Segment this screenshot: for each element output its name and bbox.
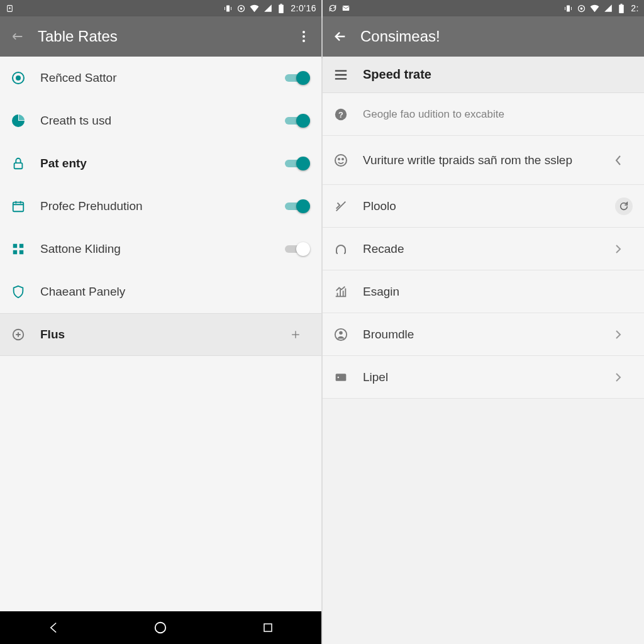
list-item[interactable]: Pat enty	[0, 142, 321, 185]
svg-rect-11	[14, 163, 23, 169]
list-item-label: Broumdle	[363, 328, 604, 341]
headset-icon	[333, 241, 349, 257]
list-item[interactable]: Chaeant Panely	[0, 270, 321, 313]
nav-bar	[0, 611, 321, 644]
list-item-label: Profec Prehudution	[40, 199, 285, 213]
svg-point-3	[241, 8, 243, 9]
svg-point-6	[303, 31, 305, 33]
nav-home-button[interactable]	[148, 615, 173, 640]
svg-rect-16	[19, 250, 23, 254]
list-item-label: Sattone Kliding	[40, 242, 285, 256]
svg-rect-19	[264, 624, 272, 631]
svg-rect-4	[279, 4, 284, 13]
settings-list: Reñced Sattor Creath ts usd Pat enty Pro…	[0, 57, 321, 611]
add-item-row[interactable]: Flus	[0, 313, 321, 356]
svg-point-29	[338, 158, 340, 160]
chevron-left-icon	[604, 155, 633, 166]
svg-point-10	[16, 76, 20, 80]
list-item[interactable]: Vuriture writle tpraids sañ rom the ssle…	[323, 136, 644, 185]
svg-rect-33	[336, 374, 347, 381]
svg-point-34	[338, 376, 340, 378]
svg-rect-5	[280, 4, 282, 5]
target-icon	[10, 70, 26, 86]
list-item-label: Pat enty	[40, 157, 285, 170]
list-item[interactable]: Recade	[323, 228, 644, 270]
svg-rect-12	[13, 203, 24, 212]
list-item-label: Reñced Sattor	[40, 71, 285, 85]
back-drawer-button[interactable]	[9, 28, 26, 45]
svg-rect-25	[620, 4, 622, 5]
list-item-label: Geogle fao udition to excabite	[363, 108, 633, 121]
section-header[interactable]: Speed trate	[323, 57, 644, 93]
tools-icon	[333, 198, 349, 214]
svg-rect-20	[342, 6, 349, 11]
location-icon	[577, 4, 586, 13]
mail-icon	[341, 4, 350, 13]
shield-icon	[10, 284, 26, 300]
person-icon	[333, 326, 349, 343]
battery-icon	[616, 4, 626, 13]
list-item[interactable]: Profec Prehudution	[0, 185, 321, 228]
list-item[interactable]: Broumdle	[323, 313, 644, 356]
toggle-switch[interactable]	[285, 70, 310, 86]
app-bar: Consimeas!	[323, 16, 644, 57]
vibrate-icon	[223, 4, 233, 13]
location-icon	[236, 4, 246, 13]
list-item[interactable]: Lipel	[323, 356, 644, 399]
signal-icon	[603, 4, 613, 13]
svg-point-32	[339, 331, 343, 335]
list-item-label: Ploolo	[363, 199, 615, 213]
svg-point-28	[335, 155, 347, 166]
svg-rect-14	[19, 244, 23, 248]
list-item-label: Vuriture writle tpraids sañ rom the ssle…	[363, 152, 604, 169]
chevron-right-icon	[604, 330, 633, 340]
list-item[interactable]: Ploolo	[323, 185, 644, 228]
pie-icon	[10, 113, 26, 129]
refresh-icon[interactable]	[615, 197, 633, 215]
list-item-label: Flus	[40, 328, 281, 341]
chevron-right-icon	[604, 372, 633, 382]
list-item-label: Chaeant Panely	[40, 285, 281, 299]
nav-back-button[interactable]	[41, 615, 66, 640]
status-bar: 2:0'16	[0, 0, 321, 16]
wifi-icon	[250, 4, 259, 13]
lock-icon	[10, 155, 26, 172]
back-button[interactable]	[331, 28, 349, 45]
list-item[interactable]: Reñced Sattor	[0, 57, 321, 99]
grid-icon	[10, 241, 26, 257]
toggle-switch[interactable]	[285, 199, 310, 214]
list-item[interactable]: ? Geogle fao udition to excabite	[323, 93, 644, 136]
app-bar: Table Rates	[0, 16, 321, 57]
svg-text:?: ?	[338, 109, 343, 119]
label-icon	[333, 369, 349, 386]
help-icon: ?	[333, 106, 349, 123]
toggle-switch[interactable]	[285, 113, 310, 128]
calendar-icon	[10, 198, 26, 214]
nav-recent-button[interactable]	[255, 615, 280, 640]
sync-icon	[328, 4, 337, 13]
wifi-icon	[590, 4, 599, 13]
page-title: Table Rates	[38, 28, 295, 45]
svg-rect-21	[567, 5, 570, 11]
toggle-switch[interactable]	[285, 242, 310, 257]
download-icon	[5, 4, 14, 13]
svg-point-7	[303, 35, 305, 38]
left-screen: 2:0'16 Table Rates Reñced Sattor Creath …	[0, 0, 323, 644]
right-screen: 2: Consimeas! Speed trate ? Geogle fao u…	[323, 0, 644, 644]
list-item[interactable]: Esagin	[323, 270, 644, 313]
list-item[interactable]: Sattone Kliding	[0, 228, 321, 270]
plus-circle-icon	[10, 326, 26, 343]
page-title: Consimeas!	[360, 28, 635, 45]
face-icon	[333, 152, 349, 169]
svg-point-23	[581, 8, 583, 9]
overflow-menu-button[interactable]	[295, 28, 313, 45]
vibrate-icon	[564, 4, 573, 13]
chevron-right-icon	[604, 244, 633, 254]
status-clock: 2:	[631, 3, 639, 13]
toggle-switch[interactable]	[285, 156, 310, 171]
signal-icon	[263, 4, 272, 13]
list-item[interactable]: Creath ts usd	[0, 99, 321, 142]
list-item-label: Esagin	[363, 285, 604, 299]
chart-icon	[333, 284, 349, 300]
settings-list: Speed trate ? Geogle fao udition to exca…	[323, 57, 644, 644]
